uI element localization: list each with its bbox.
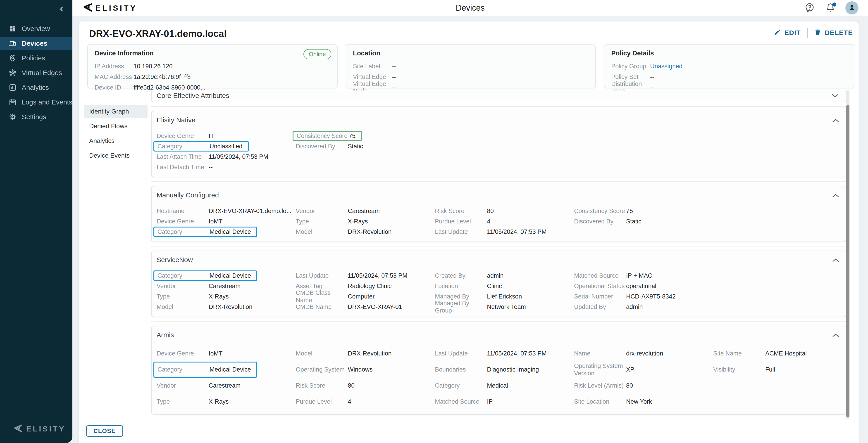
field-value: DRX-Revolution [348, 350, 392, 357]
edit-button[interactable]: EDIT [773, 28, 801, 38]
summary-cards-row: Device Information Online IP Address 10.… [87, 44, 854, 89]
detail-tabs: Identity GraphDenied FlowsAnalyticsDevic… [84, 105, 148, 164]
field-value: IT [209, 133, 214, 139]
field-label: Managed By Group [435, 300, 487, 314]
field-value: Unclassified [210, 143, 243, 150]
field-label: Model [157, 303, 209, 310]
sidebar-brand-text: ELISITY [26, 425, 66, 433]
calendar-icon [9, 98, 17, 106]
chevron-down-icon[interactable] [831, 93, 839, 98]
field-value: Radiology Clinic [348, 283, 392, 290]
field-value: -- [209, 164, 213, 171]
field-label: Site Location [574, 398, 626, 405]
field-value: Medical Device [210, 366, 251, 373]
field-label: Managed By [435, 293, 487, 300]
tab-identity-graph[interactable]: Identity Graph [84, 105, 148, 118]
sidebar-item-policies[interactable]: Policies [0, 52, 72, 65]
help-button[interactable] [804, 2, 815, 14]
card-title: Policy Details [611, 49, 847, 57]
grid-icon [9, 25, 17, 33]
field-label: Consistency Score [574, 207, 626, 215]
status-badge: Online [304, 49, 331, 59]
field-visibility: VisibilityFull [713, 362, 852, 378]
field-value: Computer [348, 293, 375, 300]
sidebar-item-analytics[interactable]: Analytics [0, 81, 72, 94]
chevron-up-icon[interactable] [832, 333, 839, 338]
chevron-up-icon[interactable] [832, 118, 839, 123]
policy-group-link[interactable]: Unassigned [650, 63, 682, 70]
field-boundaries: BoundariesDiagnostic Imaging [435, 362, 574, 378]
field-label: Boundaries [435, 366, 487, 373]
device-actions: EDIT DELETE [773, 28, 853, 38]
field-value: operational [626, 283, 656, 290]
sidebar-item-settings[interactable]: Settings [0, 110, 72, 124]
page-header-title: Devices [72, 0, 868, 16]
field-name: Namedrx-revolution [574, 345, 713, 362]
field-type: TypeX-Rays [296, 216, 435, 227]
field-updated-by: Updated Byadmin [574, 302, 713, 312]
sidebar-item-label: Policies [22, 54, 45, 62]
tab-analytics[interactable]: Analytics [84, 135, 148, 147]
sidebar-footer-brand: ELISITY [13, 424, 66, 434]
field-hostname: HostnameDRX-EVO-XRAY-01.demo.lo... [157, 206, 296, 216]
tab-device-events[interactable]: Device Events [84, 149, 148, 162]
device-title: DRX-EVO-XRAY-01.demo.local [89, 28, 227, 39]
sidebar-item-virtual-edges[interactable]: Virtual Edges [0, 66, 72, 79]
close-button[interactable]: CLOSE [86, 425, 123, 437]
field-value: X-Rays [348, 218, 368, 225]
field-value: 80 [348, 382, 354, 389]
field-risk-score: Risk Score80 [296, 378, 435, 394]
field-label: Last Attach Time [157, 153, 209, 160]
sidebar-item-overview[interactable]: Overview [0, 22, 72, 35]
field-label: Matched Source [574, 272, 626, 279]
field-type: TypeX-Rays [157, 394, 296, 410]
highlighted-field-category: CategoryUnclassified [153, 141, 249, 151]
sidebar-collapse-button[interactable] [57, 4, 66, 14]
field-matched-source: Matched SourceIP [435, 394, 574, 410]
field-value: 11/05/2024, 07:53 PM [348, 272, 407, 279]
section-manually-configured: Manually ConfiguredHostnameDRX-EVO-XRAY-… [151, 186, 846, 242]
sidebar-item-label: Logs and Events [22, 98, 72, 106]
user-avatar[interactable] [845, 1, 859, 14]
tab-denied-flows[interactable]: Denied Flows [84, 120, 148, 133]
device-information-card: Device Information Online IP Address 10.… [87, 44, 338, 89]
field-label: Device Genre [157, 350, 209, 357]
field-value: X-Rays [209, 398, 229, 405]
section-separator [151, 181, 846, 182]
chevron-left-icon [58, 5, 65, 14]
field-value: Diagnostic Imaging [487, 366, 539, 373]
field-last-update: Last Update11/05/2024, 07:53 PM [435, 345, 574, 362]
field-value: 4 [487, 218, 490, 225]
field-purdue-level: Purdue Level4 [296, 394, 435, 410]
field-value: 75 [349, 133, 355, 139]
field-label: Vendor [157, 382, 209, 389]
field-value: Network Team [487, 304, 526, 310]
section-servicenow: ServiceNowCategoryMedical DeviceVendorCa… [151, 250, 846, 317]
field-value: DRX-Revolution [348, 228, 392, 235]
chevron-up-icon[interactable] [832, 258, 839, 263]
section-title: Manually Configured [157, 191, 839, 199]
scrollbar-thumb[interactable] [846, 105, 849, 417]
field-label: Matched Source [435, 398, 487, 405]
section-title: Core Effective Attributes [157, 92, 229, 100]
field-label: Purdue Level [435, 218, 487, 225]
field-model: ModelDRX-Revolution [296, 227, 435, 237]
sidebar-item-devices[interactable]: Devices [0, 37, 72, 50]
mac-privacy-icon[interactable] [184, 73, 191, 81]
field-cmdb-class-name: CMDB Class NameComputer [296, 291, 435, 302]
delete-button[interactable]: DELETE [814, 28, 853, 38]
notifications-button[interactable] [825, 2, 836, 14]
sidebar-item-logs-and-events[interactable]: Logs and Events [0, 96, 72, 109]
field-label: Category [157, 272, 210, 279]
field-label: Last Update [435, 228, 487, 235]
field-label: Hostname [157, 207, 209, 215]
field-value: Static [626, 218, 642, 225]
field-serial-number: Serial NumberHCD-AX9T5-8342 [574, 291, 713, 302]
card-title: Device Information [95, 49, 330, 57]
field-value: 11/05/2024, 07:53 PM [487, 228, 547, 235]
field-label: Operational Status [574, 282, 626, 290]
pencil-icon [773, 28, 781, 38]
chevron-up-icon[interactable] [832, 193, 839, 198]
topbar-actions [804, 0, 859, 16]
identity-scroll-region: Identity GraphDenied FlowsAnalyticsDevic… [79, 91, 859, 419]
